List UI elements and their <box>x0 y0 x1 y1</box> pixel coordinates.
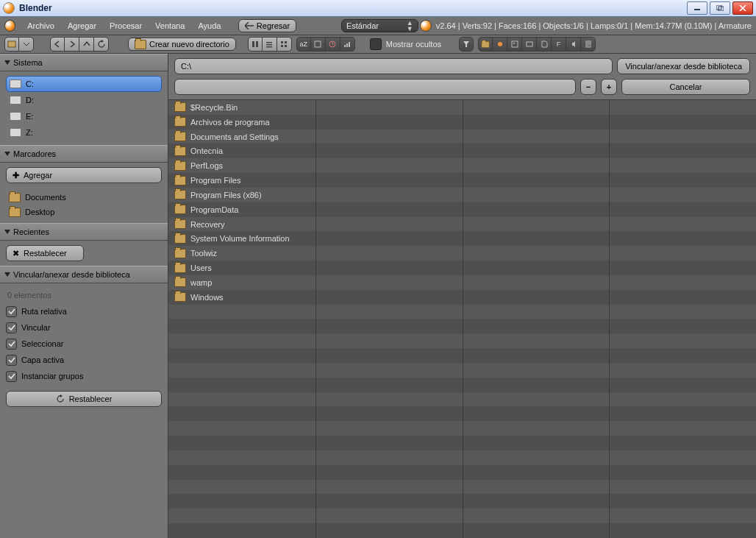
shading-select[interactable]: Estándar ▲▼ <box>341 19 418 32</box>
checkbox-checked-icon <box>6 339 17 350</box>
view-long-list-button[interactable] <box>263 37 277 52</box>
back-button[interactable]: Regresar <box>238 19 296 32</box>
opt-link[interactable]: Vincular <box>6 320 162 335</box>
opt-label: Seleccionar <box>21 339 63 348</box>
opt-instance-groups[interactable]: Instanciar grupos <box>6 369 162 383</box>
minimize-button[interactable] <box>687 1 707 15</box>
file-row <box>168 305 315 319</box>
maximize-button[interactable] <box>710 1 730 15</box>
menu-ventana[interactable]: Ventana <box>149 20 190 32</box>
bookmark-documents[interactable]: Documents <box>6 191 162 204</box>
bookmark-desktop[interactable]: Desktop <box>6 205 162 219</box>
filter-image-button[interactable] <box>507 37 522 52</box>
view-thumbnail-button[interactable] <box>277 37 292 52</box>
sort-ext-button[interactable] <box>311 37 326 52</box>
file-row <box>168 509 315 523</box>
filter-text-button[interactable] <box>581 37 596 52</box>
nav-back-button[interactable] <box>50 37 65 52</box>
blender-icon[interactable] <box>4 20 15 32</box>
file-row[interactable]: Users <box>168 261 315 275</box>
nav-refresh-button[interactable] <box>94 37 109 52</box>
decrement-button[interactable]: − <box>580 79 596 95</box>
opt-select[interactable]: Seleccionar <box>6 336 162 351</box>
view-short-list-button[interactable] <box>248 37 263 52</box>
editor-type-button[interactable] <box>4 37 19 52</box>
close-button[interactable] <box>732 1 753 15</box>
opt-relative-path[interactable]: Ruta relativa <box>6 304 162 319</box>
new-directory-button[interactable]: Crear nuevo directorio <box>128 38 236 51</box>
file-row[interactable]: wamp <box>168 275 315 290</box>
show-hidden-checkbox[interactable] <box>370 38 382 50</box>
nav-forward-button[interactable] <box>65 37 79 52</box>
opt-active-layer[interactable]: Capa activa <box>6 353 162 367</box>
file-row <box>463 406 610 421</box>
filter-movie-button[interactable] <box>522 37 537 52</box>
menu-ayuda[interactable]: Ayuda <box>192 20 227 32</box>
drive-z[interactable]: Z: <box>6 124 162 141</box>
file-row <box>168 480 315 495</box>
menu-agregar[interactable]: Agregar <box>62 20 102 32</box>
reset-operator-button[interactable]: Restablecer <box>6 391 162 407</box>
filename-input[interactable] <box>174 79 576 95</box>
bookmarks-panel-header[interactable]: Marcadores <box>0 145 168 163</box>
nav-up-button[interactable] <box>79 37 94 52</box>
filename-row: − + Cancelar <box>168 79 756 99</box>
file-row <box>316 158 463 173</box>
file-row[interactable]: Archivos de programa <box>168 115 315 130</box>
filter-toggle-button[interactable] <box>459 37 474 52</box>
file-name: Documents and Settings <box>190 132 279 141</box>
add-bookmark-button[interactable]: ✚Agregar <box>6 167 162 183</box>
file-row <box>316 480 463 495</box>
link-panel-header[interactable]: Vincular/anexar desde biblioteca <box>0 266 168 283</box>
folder-icon <box>9 193 21 202</box>
drive-d[interactable]: D: <box>6 92 162 108</box>
file-row[interactable]: System Volume Information <box>168 231 315 246</box>
reset-recent-button[interactable]: ✖Restablecer <box>6 245 84 261</box>
sort-size-button[interactable] <box>340 37 355 52</box>
recent-panel-header[interactable]: Recientes <box>0 223 168 241</box>
filter-folder-button[interactable] <box>478 37 493 52</box>
file-row <box>316 348 463 363</box>
file-row[interactable]: Program Files <box>168 173 315 188</box>
svg-point-20 <box>513 43 515 44</box>
cancel-button[interactable]: Cancelar <box>621 79 750 95</box>
file-row[interactable]: Ontecnia <box>168 144 315 158</box>
filter-script-button[interactable] <box>537 37 552 52</box>
path-input[interactable]: C:\ <box>174 58 613 74</box>
file-row[interactable]: Windows <box>168 290 315 305</box>
file-name: Ontecnia <box>190 146 223 155</box>
file-row <box>463 130 610 144</box>
file-row[interactable]: Recovery <box>168 217 315 232</box>
folder-icon <box>174 292 186 302</box>
filter-font-button[interactable]: F <box>552 37 566 52</box>
drive-e[interactable]: E: <box>6 108 162 124</box>
editor-type-menu-button[interactable] <box>19 37 34 52</box>
increment-button[interactable]: + <box>601 79 617 95</box>
filter-blend-button[interactable] <box>493 37 507 52</box>
system-panel-header[interactable]: Sistema <box>0 54 168 71</box>
sort-alpha-button[interactable]: aZ <box>296 37 311 52</box>
file-row[interactable]: Program Files (x86) <box>168 188 315 202</box>
sort-time-button[interactable] <box>326 37 340 52</box>
svg-rect-6 <box>266 42 272 43</box>
menu-procesar[interactable]: Procesar <box>104 20 148 32</box>
file-name: Users <box>190 263 212 272</box>
file-list[interactable]: $Recycle.BinArchivos de programaDocument… <box>168 99 756 538</box>
file-row <box>463 173 610 188</box>
file-row[interactable]: $Recycle.Bin <box>168 100 315 115</box>
drive-c[interactable]: C: <box>6 76 162 92</box>
file-row[interactable]: Documents and Settings <box>168 130 315 144</box>
svg-rect-13 <box>315 41 321 47</box>
reset2-label: Restablecer <box>69 394 113 403</box>
file-row[interactable]: PerfLogs <box>168 158 315 173</box>
bookmark-label: Desktop <box>25 208 54 216</box>
file-row[interactable]: Toolwiz <box>168 246 315 261</box>
file-row[interactable]: ProgramData <box>168 202 315 217</box>
filter-sound-button[interactable] <box>566 37 581 52</box>
execute-button[interactable]: Vincular/anexar desde biblioteca <box>617 58 750 74</box>
file-row <box>463 378 610 392</box>
svg-rect-21 <box>527 42 532 46</box>
updown-icon: ▲▼ <box>407 20 413 32</box>
menu-archivo[interactable]: Archivo <box>21 20 60 32</box>
file-name: Toolwiz <box>190 249 217 258</box>
